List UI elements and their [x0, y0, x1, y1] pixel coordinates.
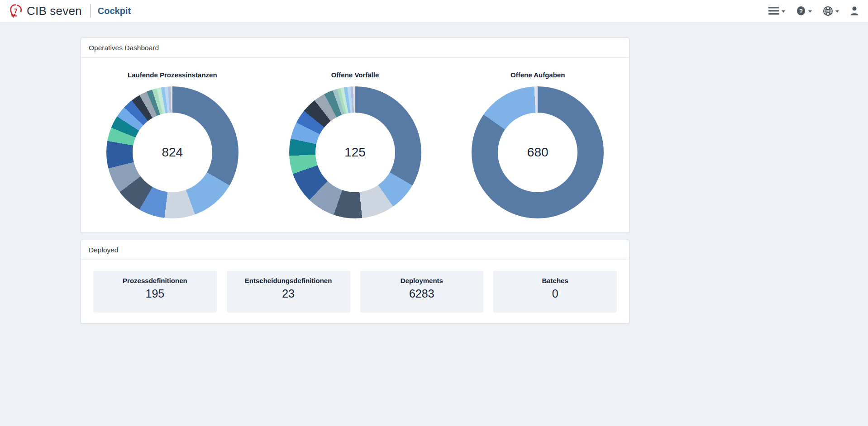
help-icon: ? [796, 6, 806, 16]
user-icon [850, 6, 859, 16]
donut-hole: 824 [133, 113, 212, 192]
donut-charts-row: Laufende Prozessinstanzen 824 Offene Vor… [81, 58, 629, 218]
chevron-down-icon [808, 10, 812, 13]
svg-text:7: 7 [14, 7, 18, 14]
deployed-card: Deployed Prozessdefinitionen 195 Entsche… [81, 240, 630, 324]
stat-tile-process-definitions[interactable]: Prozessdefinitionen 195 [93, 271, 217, 312]
donut-chart[interactable]: 125 [289, 86, 421, 218]
main-content: Operatives Dashboard Laufende Prozessins… [81, 38, 630, 324]
stat-label: Deployments [360, 277, 484, 284]
donut-chart[interactable]: 824 [106, 86, 238, 218]
svg-text:?: ? [799, 8, 803, 14]
operatives-dashboard-card: Operatives Dashboard Laufende Prozessins… [81, 38, 630, 233]
language-globe-icon [823, 6, 833, 16]
chevron-down-icon [782, 10, 785, 13]
stat-label: Batches [493, 277, 617, 284]
brand-divider [90, 4, 91, 18]
user-menu[interactable] [850, 6, 859, 16]
dashboard-card-title: Operatives Dashboard [81, 38, 629, 58]
help-dropdown[interactable]: ? [796, 6, 812, 16]
chart-title: Offene Aufgaben [510, 71, 565, 79]
stat-label: Entscheidungsdefinitionen [227, 277, 350, 284]
stat-value: 6283 [360, 287, 484, 300]
donut-total: 824 [162, 145, 183, 160]
menu-dropdown[interactable] [768, 7, 785, 15]
donut-total: 125 [344, 145, 366, 160]
chart-running-process-instances: Laufende Prozessinstanzen 824 [81, 71, 264, 218]
stat-tile-deployments[interactable]: Deployments 6283 [360, 271, 484, 312]
donut-total: 680 [527, 145, 548, 160]
donut-chart[interactable]: 680 [472, 86, 604, 218]
donut-hole: 680 [498, 113, 577, 192]
deployed-card-title: Deployed [81, 240, 629, 260]
chart-title: Laufende Prozessinstanzen [128, 71, 217, 79]
chart-open-tasks: Offene Aufgaben 680 [446, 71, 629, 218]
navbar-actions: ? [768, 6, 859, 16]
brand-text: CIB seven [27, 4, 82, 18]
brand[interactable]: 7 CIB seven Cockpit [9, 4, 131, 18]
chart-open-incidents: Offene Vorfälle 125 [264, 71, 447, 218]
language-dropdown[interactable] [823, 6, 839, 16]
menu-icon [768, 7, 779, 15]
cib-logo-icon: 7 [9, 4, 23, 18]
stat-tile-decision-definitions[interactable]: Entscheidungsdefinitionen 23 [227, 271, 350, 312]
chevron-down-icon [835, 10, 839, 13]
stat-value: 195 [93, 287, 217, 300]
top-navbar: 7 CIB seven Cockpit ? [0, 0, 868, 22]
stat-tile-batches[interactable]: Batches 0 [493, 271, 617, 312]
stat-value: 23 [227, 287, 350, 300]
chart-title: Offene Vorfälle [331, 71, 379, 79]
stat-label: Prozessdefinitionen [93, 277, 217, 284]
donut-hole: 125 [315, 113, 395, 192]
deployed-stats-row: Prozessdefinitionen 195 Entscheidungsdef… [81, 260, 629, 312]
stat-value: 0 [493, 287, 617, 300]
app-name[interactable]: Cockpit [98, 6, 131, 16]
